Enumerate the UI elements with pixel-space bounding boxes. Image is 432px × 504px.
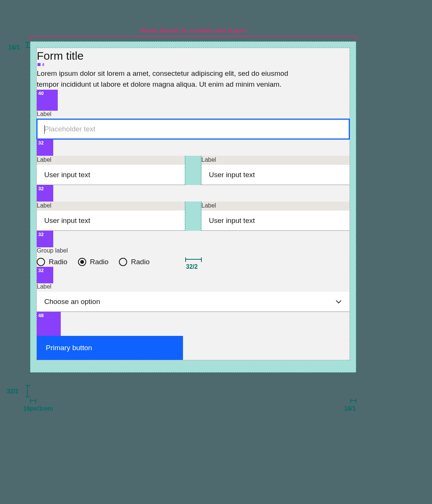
field-label-1: Label xyxy=(37,111,350,119)
select-label: Label xyxy=(37,283,350,292)
annotation-left-padding-label: 16px/1rem xyxy=(23,405,53,412)
annotation-top-width-bracket xyxy=(30,36,356,41)
chevron-down-icon xyxy=(335,298,342,305)
annotation-top-width-label: Varies based on content and layout xyxy=(30,27,356,35)
radio-option-2[interactable]: Radio xyxy=(78,258,109,266)
spacer-40: 40 xyxy=(37,90,58,111)
field-label-2r: Label xyxy=(201,156,350,165)
radio-option-3[interactable]: Radio xyxy=(119,258,150,266)
form-title: Form title xyxy=(37,48,350,62)
radio-option-1[interactable]: Radio xyxy=(37,258,68,266)
form-description: Lorem ipsum dolor sit lorem a amet, cons… xyxy=(37,68,292,90)
annotation-right-padding-measure xyxy=(350,400,356,401)
spacer-32-a: 32 xyxy=(37,139,53,156)
radio-icon xyxy=(119,258,127,266)
annotation-left-padding-measure xyxy=(30,400,36,401)
spacer-32-b: 32 xyxy=(37,185,53,202)
spacer-48: 48 xyxy=(37,312,61,336)
spec-stage: Form title 4 Lorem ipsum dolor sit lorem… xyxy=(30,41,356,373)
annotation-top-padding-label: 16/1 xyxy=(8,44,20,51)
text-input-2r[interactable] xyxy=(201,165,350,185)
text-input-1[interactable] xyxy=(37,119,350,139)
annotation-gutter-label: 32/2 xyxy=(186,263,198,270)
annotation-top-padding-measure xyxy=(27,42,28,48)
spacer-32-d: 32 xyxy=(37,267,53,283)
annotation-bottom-padding-measure xyxy=(27,385,28,397)
select-dropdown[interactable]: Choose an option xyxy=(37,292,350,312)
text-input-3l[interactable] xyxy=(37,211,185,231)
radio-label: Radio xyxy=(90,258,109,266)
primary-button[interactable]: Primary button xyxy=(37,336,183,360)
radio-icon xyxy=(37,258,45,266)
text-input-1-wrap xyxy=(37,119,350,139)
button-label: Primary button xyxy=(46,344,92,352)
field-label-3r: Label xyxy=(201,202,350,211)
column-gutter-1 xyxy=(185,156,201,185)
select-value: Choose an option xyxy=(44,298,100,306)
spacer-4: 4 xyxy=(37,62,350,67)
text-input-3r[interactable] xyxy=(201,211,350,231)
radio-label: Radio xyxy=(49,258,68,266)
field-label-3l: Label xyxy=(37,202,185,211)
annotation-right-padding-label: 16/1 xyxy=(344,405,356,412)
form-row-2: Label Label xyxy=(37,156,350,185)
text-caret-icon xyxy=(44,125,45,134)
text-input-2l[interactable] xyxy=(37,165,185,185)
field-label-2l: Label xyxy=(37,156,185,165)
annotation-gutter-measure xyxy=(185,259,202,260)
radio-label: Radio xyxy=(131,258,150,266)
annotation-bottom-padding-label: 32/2 xyxy=(7,388,18,395)
form-row-3: Label Label xyxy=(37,202,350,231)
column-gutter-2 xyxy=(185,202,201,231)
radio-group-label: Group label xyxy=(37,247,350,256)
spacer-32-c: 32 xyxy=(37,231,53,247)
margin-box: Form title 4 Lorem ipsum dolor sit lorem… xyxy=(30,41,356,373)
form-panel: Form title 4 Lorem ipsum dolor sit lorem… xyxy=(36,48,350,360)
radio-icon xyxy=(78,258,86,266)
